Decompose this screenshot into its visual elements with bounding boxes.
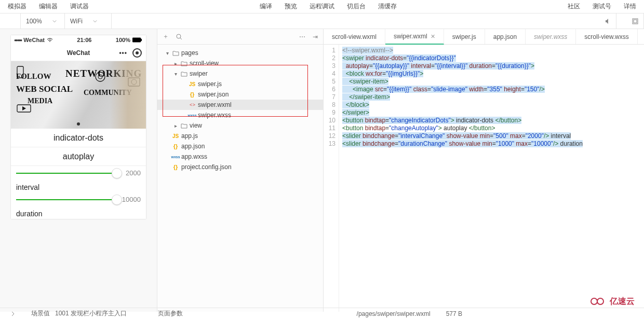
menu-item[interactable]: 社区	[568, 2, 580, 11]
swiper-dot	[77, 122, 80, 126]
chevron-icon[interactable]	[10, 311, 16, 316]
menu-item[interactable]: 清缓存	[378, 2, 397, 11]
device-select[interactable]	[0, 13, 21, 29]
network-value: WiFi	[70, 18, 83, 25]
svg-rect-2	[132, 38, 141, 42]
status-bar-bottom: 场景值 1001 发现栏小程序主入口 页面参数 /pages/swiper/sw…	[0, 308, 644, 319]
sub-toolbar: 100% WiFi	[0, 13, 644, 29]
tab-swiper.wxml[interactable]: swiper.wxml✕	[385, 29, 444, 45]
menu-item[interactable]: 编译	[260, 2, 272, 11]
tree-item-swiper[interactable]: ▾swiper	[157, 68, 323, 79]
menu-item[interactable]: 远程调试	[310, 2, 334, 11]
menu-item[interactable]: 预览	[285, 2, 297, 11]
battery-icon	[132, 37, 143, 43]
editor-tabs: scroll-view.wxmlswiper.wxml✕swiper.jsapp…	[324, 29, 644, 45]
svg-rect-1	[634, 20, 637, 23]
tab-scroll-view.wxss[interactable]: scroll-view.wxss	[576, 29, 637, 44]
watermark: 亿速云	[588, 295, 635, 308]
mute-icon[interactable]	[589, 13, 616, 29]
nav-bar: WeChat •••	[11, 45, 146, 61]
clock: 21:06	[77, 37, 91, 43]
more-icon[interactable]: ⋯	[299, 33, 305, 40]
tree-item-swiper.json[interactable]: {}swiper.json	[157, 89, 323, 100]
device-frame: ●●●●● WeChat 21:06 100% WeChat ••• FOLLO…	[11, 35, 146, 219]
code-panel: scroll-view.wxmlswiper.wxml✕swiper.jsapp…	[324, 29, 644, 312]
tree-item-swiper.wxml[interactable]: < >swiper.wxml	[157, 100, 323, 110]
signal-dots: ●●●●●	[14, 38, 21, 43]
file-path: /pages/swiper/swiper.wxml	[357, 310, 431, 317]
simulator-panel: ●●●●● WeChat 21:06 100% WeChat ••• FOLLO…	[0, 29, 157, 312]
indicator-dots-button[interactable]: indicator-dots	[11, 129, 146, 147]
autoplay-button[interactable]: autoplay	[11, 147, 146, 166]
carrier: WeChat	[23, 37, 45, 43]
tab-swiper.js[interactable]: swiper.js	[444, 29, 485, 44]
zoom-value: 100%	[26, 18, 42, 25]
menu-item[interactable]: 调试器	[70, 2, 89, 11]
svg-rect-3	[141, 39, 142, 41]
duration-label: duration	[11, 206, 146, 219]
tree-item-pages[interactable]: ▾pages	[157, 48, 323, 58]
menu-item[interactable]: 编辑器	[39, 2, 58, 11]
code-editor[interactable]: 12345678910111213 <!--swiper.wxml--><swi…	[324, 45, 644, 312]
svg-line-12	[180, 38, 182, 39]
tab-scroll-view.wxml[interactable]: scroll-view.wxml	[324, 29, 385, 44]
tree-item-app.json[interactable]: {}app.json	[157, 141, 323, 151]
tree-item-view[interactable]: ▸view	[157, 120, 323, 131]
scene-value: 1001 发现栏小程序主入口	[55, 310, 127, 317]
top-menu: 模拟器编辑器调试器 编译预览远程调试切后台清缓存 社区测试号详情	[0, 0, 644, 13]
tree-item-swiper.js[interactable]: JSswiper.js	[157, 79, 323, 89]
scene-label: 场景值	[31, 310, 50, 317]
interval-label: interval	[11, 180, 146, 192]
menu-item[interactable]: 测试号	[593, 2, 611, 11]
svg-marker-10	[22, 106, 26, 110]
network-select[interactable]: WiFi	[65, 13, 112, 29]
add-icon[interactable]: ＋	[163, 32, 169, 41]
zoom-select[interactable]: 100%	[21, 13, 65, 29]
status-bar: ●●●●● WeChat 21:06 100%	[11, 35, 146, 45]
duration-slider[interactable]: 10000	[16, 196, 141, 203]
duration-value: 10000	[121, 196, 141, 203]
page-param-label[interactable]: 页面参数	[158, 309, 183, 318]
close-icon[interactable]: ✕	[431, 33, 435, 40]
menu-item[interactable]: 详情	[624, 2, 636, 11]
file-explorer: ＋ ⋯ ⇥ ▾pages▸scroll-view▾swiperJSswiper.…	[157, 29, 324, 312]
tree-item-scroll-view[interactable]: ▸scroll-view	[157, 58, 323, 68]
svg-point-11	[177, 34, 181, 38]
menu-item[interactable]: 模拟器	[8, 2, 26, 11]
tab-app.json[interactable]: app.json	[485, 29, 526, 44]
interval-slider[interactable]: 2000	[16, 169, 141, 177]
tab-swiper.wxss[interactable]: swiper.wxss	[526, 29, 576, 44]
menu-item[interactable]: 切后台	[347, 2, 366, 11]
battery-pct: 100%	[116, 37, 130, 43]
wifi-icon	[47, 37, 53, 43]
collapse-icon[interactable]: ⇥	[313, 33, 318, 40]
nav-title: WeChat	[67, 49, 90, 57]
menu-dots-icon[interactable]: •••	[119, 49, 127, 57]
interval-value: 2000	[121, 169, 141, 177]
popup-icon[interactable]	[616, 13, 644, 29]
tree-item-app.wxss[interactable]: wxssapp.wxss	[157, 151, 323, 162]
swiper-image[interactable]: FOLLOW NETWORKING WEB SOCIAL COMMUNITY M…	[11, 61, 146, 129]
search-icon[interactable]	[176, 34, 182, 40]
tree-item-project.config.json[interactable]: {}project.config.json	[157, 162, 323, 172]
tree-item-app.js[interactable]: JSapp.js	[157, 131, 323, 141]
tree-item-swiper.wxss[interactable]: wxssswiper.wxss	[157, 110, 323, 120]
svg-point-6	[98, 75, 102, 79]
target-icon[interactable]	[132, 48, 142, 58]
file-size: 577 B	[446, 310, 462, 317]
svg-point-5	[96, 72, 105, 81]
file-toolbar: ＋ ⋯ ⇥	[157, 29, 323, 45]
